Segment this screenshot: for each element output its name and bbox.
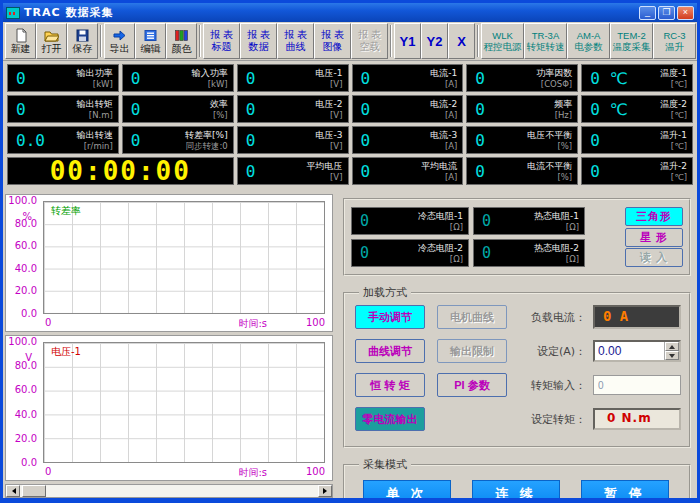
toolbar-button-open[interactable]: 打开 xyxy=(36,23,67,59)
toolbar-button-save[interactable]: 保存 xyxy=(67,23,98,59)
meter-label: 温升-1[℃] xyxy=(660,129,687,152)
spin-down-button[interactable] xyxy=(665,351,679,360)
toolbar-button-label: 新建 xyxy=(11,43,31,54)
toolbar-button-y2[interactable]: Y2 xyxy=(421,23,448,59)
scrollbar-right-button[interactable] xyxy=(318,485,332,497)
set-torque-label: 设定转矩： xyxy=(531,412,586,427)
meter-value: 0 ℃ xyxy=(590,100,627,119)
toolbar-button-tr3a-torque[interactable]: TR-3A转矩转速 xyxy=(524,23,567,59)
meter-label: 输出转矩[N.m] xyxy=(77,98,113,121)
charts-panel: 转差率100.080.060.040.020.00.0%0时间:s100电压-1… xyxy=(3,192,335,498)
chart-plot-area xyxy=(43,342,325,463)
meter-label-text: 热态电阻-1 xyxy=(534,210,579,222)
meter-current-2: 0电流-2[A] xyxy=(352,95,464,123)
output-limit-button[interactable]: 输出限制 xyxy=(437,339,507,363)
pi-params-button[interactable]: PI 参数 xyxy=(437,373,507,397)
meter-label: 冷态电阻-2[Ω] xyxy=(418,242,463,265)
delta-connection-button[interactable]: 三角形 xyxy=(625,207,683,226)
star-connection-button[interactable]: 星 形 xyxy=(625,228,683,247)
button-line2: 电参数 xyxy=(568,41,609,52)
resistance-panel: 0冷态电阻-1[Ω]0热态电阻-1[Ω]0冷态电阻-2[Ω]0热态电阻-2[Ω]… xyxy=(343,198,691,276)
meter-label-text: 频率 xyxy=(554,98,572,110)
spin-up-button[interactable] xyxy=(665,342,679,351)
constant-torque-button[interactable]: 恒 转 矩 xyxy=(355,373,425,397)
read-in-button[interactable]: 读 入 xyxy=(625,248,683,267)
meter-output-power: 0输出功率[kW] xyxy=(7,64,119,92)
loading-secondary-buttons: 电机曲线输出限制PI 参数 xyxy=(437,305,507,441)
maximize-button[interactable]: ❐ xyxy=(658,6,675,20)
meter-unit: [Ω] xyxy=(418,254,463,265)
toolbar-button-x[interactable]: X xyxy=(448,23,475,59)
meter-label: 电流-3[A] xyxy=(430,129,457,152)
chart-y-axis: 100.080.060.040.020.00.0V xyxy=(6,342,40,463)
button-line1: RC-3 xyxy=(654,30,695,41)
meter-label: 电压-2[V] xyxy=(316,98,343,121)
toolbar-button-label: 颜色 xyxy=(172,43,192,54)
zero-current-output-button[interactable]: 零电流输出 xyxy=(355,407,425,431)
close-button[interactable]: × xyxy=(677,6,694,20)
meter-label: 电压-3[V] xyxy=(316,129,343,152)
toolbar-button-y1[interactable]: Y1 xyxy=(394,23,421,59)
toolbar-button-edit[interactable]: 编辑 xyxy=(135,23,166,59)
meter-temp-rise-1: 0温升-1[℃] xyxy=(581,126,693,154)
toolbar-button-rc3-rise[interactable]: RC-3温升 xyxy=(653,23,696,59)
toolbar-button-report-curve[interactable]: 报 表曲线 xyxy=(277,23,314,59)
chart-scrollbar[interactable] xyxy=(5,484,333,498)
toolbar-separator xyxy=(477,25,479,57)
window-title: TRAC 数据采集 xyxy=(24,5,113,20)
toolbar-button-ama-params[interactable]: AM-A电参数 xyxy=(567,23,610,59)
meter-efficiency: 0效率[%] xyxy=(122,95,234,123)
load-current-row: 负载电流：0 A xyxy=(517,305,681,329)
single-button[interactable]: 单 次 xyxy=(363,480,451,498)
meter-value: 0 xyxy=(246,131,256,150)
new-document-icon xyxy=(13,28,28,43)
toolbar-button-color[interactable]: 颜色 xyxy=(166,23,197,59)
scrollbar-track[interactable] xyxy=(20,485,318,497)
toolbar-button-label: 编辑 xyxy=(141,43,161,54)
manual-adjust-button[interactable]: 手动调节 xyxy=(355,305,425,329)
meter-unit: [%] xyxy=(527,141,572,152)
meter-output-torque: 0输出转矩[N.m] xyxy=(7,95,119,123)
meter-unit: [V] xyxy=(316,110,343,121)
meter-label-text: 输入功率 xyxy=(192,67,228,79)
toolbar-button-report-image[interactable]: 报 表图像 xyxy=(314,23,351,59)
toolbar-button-new[interactable]: 新建 xyxy=(5,23,36,59)
meter-value: 0 xyxy=(361,162,371,181)
toolbar-button-tem2-temp[interactable]: TEM-2温度采集 xyxy=(610,23,653,59)
button-line1: WLK xyxy=(482,30,523,41)
y-axis-unit: % xyxy=(22,211,32,222)
curve-adjust-button[interactable]: 曲线调节 xyxy=(355,339,425,363)
pause-button[interactable]: 暂 停 xyxy=(581,480,669,498)
motor-curve-button[interactable]: 电机曲线 xyxy=(437,305,507,329)
set-current-label: 设定(A)： xyxy=(537,344,586,359)
toolbar-button-wlk-power[interactable]: WLK程控电源 xyxy=(481,23,524,59)
toolbar-button-export[interactable]: 导出 xyxy=(104,23,135,59)
continuous-button[interactable]: 连 续 xyxy=(472,480,560,498)
scrollbar-thumb[interactable] xyxy=(22,485,46,497)
meter-label-text: 电流不平衡 xyxy=(527,160,572,172)
set-torque-row: 设定转矩：0 N.m xyxy=(517,407,681,431)
meter-unit: [%] xyxy=(210,110,228,121)
capture-mode-group: 采集模式 单 次连 续暂 停 xyxy=(343,457,691,498)
y-tick-label: 40.0 xyxy=(15,263,37,274)
toolbar-button-label: 保存 xyxy=(73,43,93,54)
set-current-input[interactable] xyxy=(595,342,664,360)
meter-unit: [A] xyxy=(430,141,457,152)
torque-input-label: 转矩输入： xyxy=(531,378,586,393)
toolbar-button-report-data[interactable]: 报 表数据 xyxy=(240,23,277,59)
toolbar-button-report-title[interactable]: 报 表标题 xyxy=(203,23,240,59)
y-tick-label: 20.0 xyxy=(15,433,37,444)
toolbar-button-report-noload[interactable]: 报 表空载 xyxy=(351,23,388,59)
meter-unit: [V] xyxy=(307,172,343,183)
meter-current-3: 0电流-3[A] xyxy=(352,126,464,154)
meter-label: 效率[%] xyxy=(210,98,228,121)
y-tick-label: 0.0 xyxy=(21,457,37,468)
scrollbar-left-button[interactable] xyxy=(6,485,20,497)
torque-input-input[interactable] xyxy=(593,375,681,395)
meter-value: 0 xyxy=(482,244,491,262)
meter-value: 0 xyxy=(590,162,600,181)
edit-list-icon xyxy=(143,28,158,43)
meter-label-text: 电压-1 xyxy=(316,67,343,79)
minimize-button[interactable]: _ xyxy=(639,6,656,20)
meter-label-text: 输出转速 xyxy=(77,129,113,141)
